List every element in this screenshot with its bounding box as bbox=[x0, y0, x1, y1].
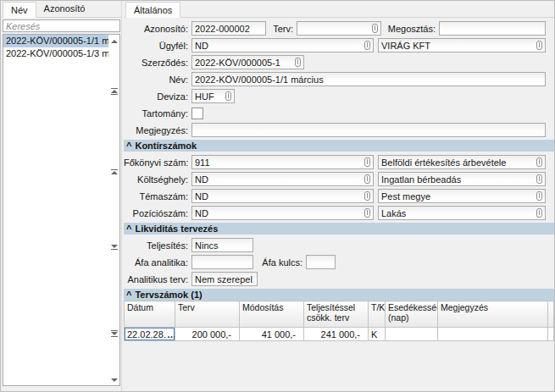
collapse-caret-icon: ^ bbox=[126, 224, 131, 234]
general-form: Azonosító: 2022-000002 Terv: Megosztás: … bbox=[124, 18, 554, 348]
terv-label: Terv: bbox=[266, 24, 297, 34]
koltseghely-label: Költséghely: bbox=[124, 174, 191, 185]
list-scrollbar bbox=[108, 35, 119, 385]
afa-kulcs-label: Áfa kulcs: bbox=[253, 257, 306, 268]
temaszam-name-field[interactable]: Pest megye bbox=[378, 189, 546, 203]
contract-list: 2022-KÖV/000005-1/1 március 2022-KÖV/000… bbox=[3, 34, 120, 386]
fokonyvi-szam-label: Főkönyvi szám: bbox=[124, 157, 191, 168]
teljesites-field[interactable]: Nincs bbox=[191, 238, 253, 252]
analitikus-terv-field[interactable]: Nem szerepel bbox=[191, 272, 258, 286]
afa-analitika-label: Áfa analitika: bbox=[124, 257, 191, 268]
tab-altalanos[interactable]: Általános bbox=[125, 2, 180, 18]
pozicioszam-name-field[interactable]: Lakás bbox=[378, 206, 546, 220]
col-header-esedekesseg[interactable]: Esedékesség (nap) bbox=[386, 301, 438, 328]
scroll-page-up-icon[interactable] bbox=[108, 87, 119, 96]
sidebar-tabbar: Név Azonosító bbox=[1, 1, 121, 18]
megosztas-label: Megosztás: bbox=[381, 24, 439, 34]
fokonyvi-szam-name-field[interactable]: Belföldi értékesítés árbevétele bbox=[378, 155, 546, 169]
scroll-page-down-icon[interactable] bbox=[108, 329, 119, 338]
cell-megjegyzes[interactable] bbox=[438, 328, 548, 341]
megjegyzes-label: Megjegyzés: bbox=[124, 125, 191, 135]
ugyfel-code-field[interactable]: ND bbox=[191, 38, 374, 52]
cell-datum[interactable]: 22.02.28. … bbox=[125, 328, 175, 341]
azonosito-field[interactable]: 2022-000002 bbox=[191, 21, 266, 36]
col-header-tk[interactable]: T/K bbox=[369, 301, 386, 328]
collapse-caret-icon: ^ bbox=[126, 290, 131, 300]
attachment-icon[interactable] bbox=[536, 41, 542, 50]
section-likviditas-header[interactable]: ^ Likviditás tervezés bbox=[124, 223, 554, 235]
scroll-up-icon[interactable] bbox=[108, 40, 119, 43]
nev-label: Név: bbox=[124, 75, 191, 85]
megjegyzes-field[interactable] bbox=[191, 123, 546, 137]
collapse-caret-icon: ^ bbox=[126, 141, 131, 151]
scroll-down-icon[interactable] bbox=[108, 378, 119, 382]
analitikus-terv-label: Analitikus terv: bbox=[124, 274, 191, 284]
attachment-icon[interactable] bbox=[295, 58, 301, 67]
col-header-spacer bbox=[548, 301, 554, 328]
koltseghely-code-field[interactable]: ND bbox=[191, 172, 374, 186]
col-header-modositas[interactable]: Módosítás bbox=[240, 301, 304, 328]
fokonyvi-szam-code-field[interactable]: 911 bbox=[191, 155, 374, 169]
main-pane: Általános Azonosító: 2022-000002 Terv: M… bbox=[124, 1, 554, 391]
ugyfel-name-field[interactable]: VIRÁG KFT bbox=[378, 38, 546, 52]
section-tervszamok-title: Tervszámok (1) bbox=[135, 290, 202, 300]
szerzodes-label: Szerződés: bbox=[124, 58, 191, 68]
cell-spacer bbox=[548, 328, 554, 341]
tab-azonosito[interactable]: Azonosító bbox=[36, 1, 93, 17]
section-tervszamok-header[interactable]: ^ Tervszámok (1) bbox=[124, 289, 554, 301]
cell-terv[interactable]: 200 000,- bbox=[175, 328, 240, 341]
col-header-terv[interactable]: Terv bbox=[175, 301, 240, 328]
terv-field[interactable] bbox=[297, 21, 381, 36]
attachment-icon[interactable] bbox=[364, 41, 370, 50]
tartomany-checkbox[interactable] bbox=[191, 108, 203, 119]
list-item[interactable]: 2022-KÖV/000005-1/1 március bbox=[3, 35, 108, 47]
tab-nev[interactable]: Név bbox=[3, 2, 36, 18]
attachment-icon[interactable] bbox=[364, 208, 370, 218]
deviza-label: Deviza: bbox=[124, 91, 191, 102]
nev-field[interactable]: 2022-KÖV/000005-1/1 március bbox=[191, 72, 546, 86]
afa-kulcs-field[interactable] bbox=[306, 255, 336, 269]
attachment-icon[interactable] bbox=[364, 191, 370, 201]
afa-analitika-field[interactable] bbox=[191, 255, 253, 269]
table-row: 22.02.28. … 200 000,- 41 000,- 241 000,-… bbox=[125, 328, 554, 341]
table-header-row: Dátum Terv Módosítás Teljesítéssel csökk… bbox=[125, 301, 554, 328]
search-input[interactable] bbox=[3, 19, 120, 32]
scroll-to-top-icon[interactable] bbox=[108, 168, 119, 174]
ugyfel-label: Ügyfél: bbox=[124, 41, 191, 51]
list-item[interactable]: 2022-KÖV/000005-1/3 március bbox=[3, 47, 108, 60]
attachment-icon[interactable] bbox=[536, 157, 542, 167]
azonosito-label: Azonosító: bbox=[124, 24, 191, 34]
szerzodes-field[interactable]: 2022-KÖV/000005-1 bbox=[191, 55, 304, 69]
cell-tk[interactable]: K bbox=[369, 328, 386, 341]
temaszam-label: Témaszám: bbox=[124, 191, 191, 202]
attachment-icon[interactable] bbox=[364, 157, 370, 167]
section-kontirszamok-header[interactable]: ^ Kontírszámok bbox=[124, 140, 554, 152]
attachment-icon[interactable] bbox=[372, 24, 378, 33]
cell-modositas[interactable]: 41 000,- bbox=[240, 328, 304, 341]
attachment-icon[interactable] bbox=[364, 174, 370, 184]
pozicioszam-label: Pozíciószám: bbox=[124, 208, 191, 218]
attachment-icon[interactable] bbox=[536, 174, 542, 184]
attachment-icon[interactable] bbox=[536, 208, 542, 218]
temaszam-code-field[interactable]: ND bbox=[191, 189, 374, 203]
attachment-icon[interactable] bbox=[225, 91, 231, 101]
ellipsis-button[interactable]: … bbox=[166, 329, 175, 340]
section-kontirszamok-title: Kontírszámok bbox=[135, 141, 197, 151]
scroll-to-bottom-icon[interactable] bbox=[108, 245, 119, 251]
col-header-megjegyzes[interactable]: Megjegyzés bbox=[438, 301, 548, 328]
cell-esedekesseg[interactable] bbox=[386, 328, 438, 341]
empty-area bbox=[124, 341, 554, 348]
pozicioszam-code-field[interactable]: ND bbox=[191, 206, 374, 220]
deviza-field[interactable]: HUF bbox=[191, 89, 235, 103]
tervszamok-table: Dátum Terv Módosítás Teljesítéssel csökk… bbox=[124, 301, 554, 341]
attachment-icon[interactable] bbox=[536, 191, 542, 201]
megosztas-field[interactable] bbox=[439, 21, 546, 36]
koltseghely-name-field[interactable]: Ingatlan bérbeadás bbox=[378, 172, 546, 186]
sidebar: Név Azonosító 2022-KÖV/000005-1/1 márciu… bbox=[1, 1, 122, 391]
col-header-datum[interactable]: Dátum bbox=[125, 301, 175, 328]
col-header-teljesitessel[interactable]: Teljesítéssel csökk. terv bbox=[304, 301, 369, 328]
tartomany-label: Tartomány: bbox=[124, 108, 191, 119]
section-likviditas-title: Likviditás tervezés bbox=[135, 224, 218, 234]
cell-teljesitessel-csokk-terv[interactable]: 241 000,- bbox=[304, 328, 369, 341]
teljesites-label: Teljesítés: bbox=[124, 240, 191, 251]
